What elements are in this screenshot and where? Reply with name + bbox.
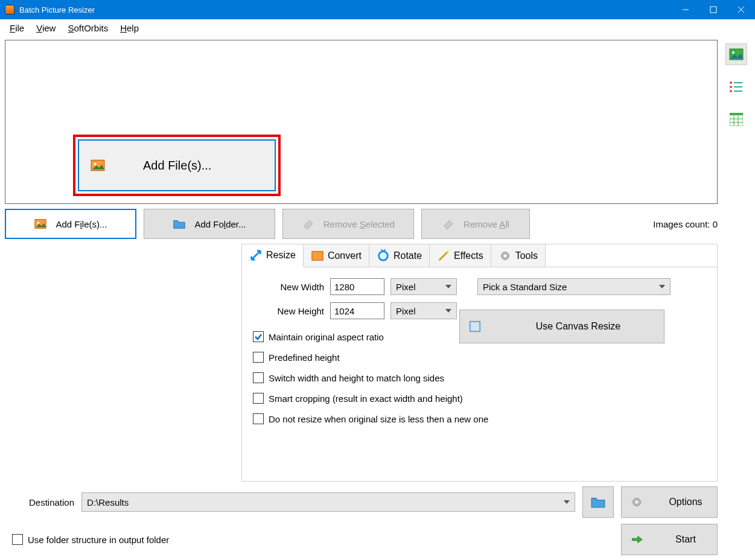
tab-convert[interactable]: Convert [304, 244, 369, 267]
new-width-input[interactable] [330, 278, 384, 295]
view-list-button[interactable] [725, 76, 747, 98]
svg-rect-1 [710, 7, 716, 13]
svg-rect-8 [312, 251, 323, 260]
svg-rect-25 [730, 113, 743, 115]
view-mode-sidebar [722, 40, 750, 555]
add-folder-label: Add Folder... [194, 219, 246, 229]
preview-area: Add File(s)... [5, 40, 718, 204]
menu-help[interactable]: Help [114, 22, 145, 34]
picture-icon [90, 158, 106, 173]
svg-point-16 [636, 501, 639, 504]
menu-file[interactable]: File [4, 22, 30, 34]
list-icon [729, 81, 744, 93]
window-title: Batch Picture Resizer [19, 5, 672, 14]
chk-switch[interactable] [253, 372, 264, 383]
menubar: File View SoftOrbits Help [0, 19, 755, 36]
images-count: Images count: 0 [653, 219, 718, 229]
view-grid-button[interactable] [725, 109, 747, 130]
remove-selected-button: Remove Selected [282, 209, 414, 239]
destination-label: Destination [29, 497, 74, 508]
add-files-label: Add File(s)... [56, 219, 107, 229]
maximize-button[interactable] [699, 0, 727, 19]
canvas-resize-button[interactable]: Use Canvas Resize [459, 310, 664, 343]
close-button[interactable] [727, 0, 755, 19]
thumbnail-icon [729, 48, 744, 60]
tab-resize[interactable]: Resize [242, 244, 304, 267]
add-files-button[interactable]: Add File(s)... [5, 209, 136, 239]
wand-icon [437, 249, 450, 262]
tab-resize-content: New Width Pixel New Height Pixel Pick a … [242, 267, 717, 445]
play-icon [630, 533, 643, 546]
tabs: Resize Convert Rotate Effects [242, 244, 717, 267]
svg-rect-14 [472, 323, 477, 329]
remove-selected-label: Remove Selected [323, 219, 395, 229]
settings-panel: Resize Convert Rotate Effects [241, 244, 718, 482]
toolbar: Add File(s)... Add Folder... Remove Sele… [5, 209, 718, 239]
rotate-icon [377, 249, 390, 262]
addfile-highlight: Add File(s)... [73, 135, 281, 196]
chk-folder-structure[interactable] [12, 534, 23, 545]
add-folder-button[interactable]: Add Folder... [144, 209, 275, 239]
convert-icon [311, 249, 324, 262]
gear-icon [630, 495, 643, 509]
tab-effects[interactable]: Effects [430, 244, 491, 267]
menu-softorbits[interactable]: SoftOrbits [62, 22, 114, 34]
tab-tools[interactable]: Tools [491, 244, 546, 267]
resize-icon [249, 249, 263, 262]
chk-predefined[interactable] [253, 352, 264, 363]
chk-aspect[interactable] [253, 331, 264, 342]
svg-point-23 [730, 90, 732, 92]
svg-point-19 [730, 81, 732, 84]
folder-icon [173, 217, 186, 231]
new-height-input[interactable] [330, 302, 384, 319]
destination-select[interactable]: D:\Results [81, 492, 575, 512]
minimize-button[interactable] [672, 0, 699, 19]
folder-open-icon [590, 494, 606, 510]
remove-all-label: Remove All [464, 219, 509, 229]
gear-icon [499, 249, 512, 262]
canvas-icon [468, 320, 482, 333]
chk-noresize[interactable] [253, 413, 264, 424]
new-height-label: New Height [253, 306, 324, 316]
svg-point-18 [732, 51, 734, 54]
new-width-label: New Width [253, 282, 324, 292]
svg-point-9 [379, 251, 388, 260]
svg-point-21 [730, 86, 732, 88]
svg-point-10 [447, 250, 449, 253]
menu-view[interactable]: View [30, 22, 62, 34]
add-files-big-button[interactable]: Add File(s)... [78, 139, 276, 191]
app-icon [5, 5, 14, 14]
start-button[interactable]: Start [621, 524, 718, 555]
standard-size-select[interactable]: Pick a Standard Size [477, 278, 671, 295]
svg-point-5 [94, 163, 97, 165]
options-button[interactable]: Options [621, 486, 718, 518]
remove-all-button: Remove All [421, 209, 530, 239]
tab-rotate[interactable]: Rotate [369, 244, 430, 267]
chk-smart[interactable] [253, 393, 264, 404]
height-unit-select[interactable]: Pixel [390, 302, 457, 319]
bottom-bar: Destination D:\Results Options Use folde… [5, 486, 718, 555]
svg-point-7 [37, 221, 40, 224]
browse-folder-button[interactable] [582, 486, 614, 518]
add-files-big-label: Add File(s)... [143, 159, 211, 173]
titlebar: Batch Picture Resizer [0, 0, 755, 19]
width-unit-select[interactable]: Pixel [390, 278, 457, 295]
svg-point-12 [503, 254, 506, 257]
view-thumbnails-button[interactable] [725, 43, 747, 65]
grid-icon [730, 113, 743, 126]
picture-icon [34, 217, 47, 231]
eraser-icon [442, 217, 455, 231]
eraser-icon [302, 217, 315, 231]
